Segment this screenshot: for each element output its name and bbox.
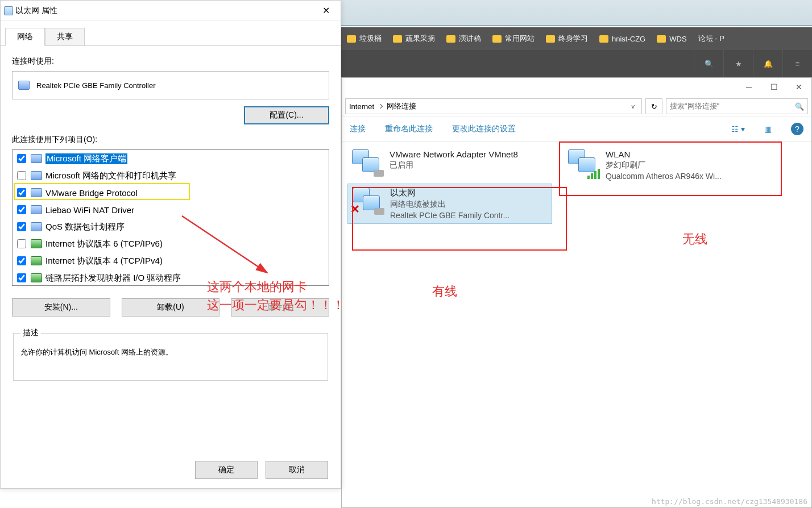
ok-button[interactable]: 确定 bbox=[195, 461, 258, 479]
bookmark-item[interactable]: 终身学习 bbox=[540, 34, 594, 44]
bookmark-item[interactable]: 蔬果采摘 bbox=[387, 34, 441, 44]
search-icon: 🔍 bbox=[795, 102, 804, 111]
search-icon[interactable]: 🔍 bbox=[694, 50, 723, 77]
component-icon bbox=[31, 205, 42, 214]
ethernet-properties-dialog: 以太网 属性 ✕ 网络 共享 连接时使用: Realtek PCIe GBE F… bbox=[0, 0, 341, 489]
cmd-change-settings[interactable]: 更改此连接的设置 bbox=[452, 124, 516, 134]
list-item[interactable]: Internet 协议版本 4 (TCP/IPv4) bbox=[13, 252, 326, 269]
refresh-button[interactable]: ↻ bbox=[645, 98, 662, 114]
signal-bars-icon bbox=[587, 169, 600, 179]
folder-icon bbox=[599, 35, 608, 43]
star-icon[interactable]: ★ bbox=[723, 50, 753, 77]
list-item[interactable]: Microsoft 网络的文件和打印机共享 bbox=[13, 167, 326, 184]
bookmark-item[interactable]: WDS bbox=[651, 35, 692, 43]
item-checkbox[interactable] bbox=[17, 222, 26, 231]
annotation-text: 无线 bbox=[682, 231, 707, 248]
folder-icon bbox=[492, 35, 502, 43]
cmd-connect[interactable]: 连接 bbox=[350, 124, 366, 134]
adapter-name-text: Realtek PCIe GBE Family Controller bbox=[36, 81, 156, 90]
description-legend: 描述 bbox=[20, 328, 41, 338]
window-titlebar: ─ ☐ ✕ bbox=[342, 78, 811, 96]
annotation-text: 有线 bbox=[432, 283, 457, 300]
list-item[interactable]: Internet 协议版本 6 (TCP/IPv6) bbox=[13, 235, 326, 252]
wireless-adapter-icon bbox=[568, 149, 599, 177]
list-item[interactable]: VMware Bridge Protocol bbox=[13, 184, 326, 201]
help-icon[interactable]: ? bbox=[791, 123, 803, 135]
network-connections-window: ─ ☐ ✕ Internet 网络连接 v ↻ 搜索"网络连接" 🔍 连接 重命… bbox=[341, 77, 812, 508]
cmd-rename[interactable]: 重命名此连接 bbox=[385, 124, 433, 134]
install-button[interactable]: 安装(N)... bbox=[12, 298, 110, 317]
maximize-button[interactable]: ☐ bbox=[761, 79, 786, 95]
protocol-icon bbox=[31, 256, 42, 265]
item-checkbox[interactable] bbox=[17, 273, 26, 282]
connection-item-wlan[interactable]: WLAN 梦幻印刷厂 Qualcomm Atheros AR946x Wi... bbox=[564, 146, 768, 184]
breadcrumb-item[interactable]: Internet bbox=[349, 102, 374, 111]
uninstall-button[interactable]: 卸载(U) bbox=[122, 298, 220, 317]
folder-icon bbox=[347, 35, 356, 43]
connect-using-label: 连接时使用: bbox=[12, 56, 329, 66]
network-adapter-icon: ✕ bbox=[353, 188, 383, 215]
items-label: 此连接使用下列项目(O): bbox=[12, 135, 329, 145]
list-item[interactable]: Liebao WiFi NAT Driver bbox=[13, 201, 326, 218]
nic-icon bbox=[18, 81, 30, 90]
disconnected-x-icon: ✕ bbox=[350, 202, 360, 216]
breadcrumb-item[interactable]: 网络连接 bbox=[387, 101, 416, 111]
configure-button[interactable]: 配置(C)... bbox=[244, 106, 329, 124]
item-checkbox[interactable] bbox=[17, 188, 26, 197]
dialog-title: 以太网 属性 bbox=[13, 6, 314, 16]
preview-pane-icon[interactable]: ▥ bbox=[764, 124, 772, 134]
component-icon bbox=[31, 154, 42, 163]
folder-icon bbox=[393, 35, 402, 43]
description-box: 描述 允许你的计算机访问 Microsoft 网络上的资源。 bbox=[13, 328, 328, 381]
description-text: 允许你的计算机访问 Microsoft 网络上的资源。 bbox=[20, 348, 173, 356]
annotation-text: 这一项一定要是勾！！！ bbox=[207, 297, 345, 314]
browser-toolbar: 🔍 ★ 🔔 ≡ bbox=[341, 50, 812, 77]
tab-network[interactable]: 网络 bbox=[5, 28, 45, 46]
folder-icon bbox=[657, 35, 666, 43]
network-adapter-icon bbox=[352, 149, 383, 177]
chevron-right-icon bbox=[378, 104, 383, 109]
close-button[interactable]: ✕ bbox=[786, 79, 811, 95]
cancel-button[interactable]: 取消 bbox=[266, 461, 328, 479]
menu-icon[interactable]: ≡ bbox=[782, 50, 812, 77]
command-bar: 连接 重命名此连接 更改此连接的设置 ☷ ▾ ▥ ? bbox=[342, 116, 811, 141]
tab-sharing[interactable]: 共享 bbox=[45, 28, 85, 46]
item-checkbox[interactable] bbox=[17, 239, 26, 248]
item-checkbox[interactable] bbox=[17, 154, 26, 163]
connections-list: VMware Network Adapter VMnet8 已启用 ✕ 以太网 … bbox=[342, 141, 811, 228]
folder-icon bbox=[446, 35, 455, 43]
bookmark-item[interactable]: 演讲稿 bbox=[441, 34, 487, 44]
protocol-icon bbox=[31, 239, 42, 248]
item-checkbox[interactable] bbox=[17, 256, 26, 265]
network-items-list[interactable]: Microsoft 网络客户端 Microsoft 网络的文件和打印机共享 VM… bbox=[12, 149, 329, 286]
bookmark-bar: 垃圾桶 蔬果采摘 演讲稿 常用网站 终身学习 hnist-CZG WDS 论坛 … bbox=[341, 27, 812, 50]
browser-titlebar bbox=[341, 0, 812, 26]
item-checkbox[interactable] bbox=[17, 171, 26, 180]
adapter-name-box: Realtek PCIe GBE Family Controller bbox=[12, 71, 329, 99]
bookmark-item[interactable]: 常用网站 bbox=[487, 34, 540, 44]
item-checkbox[interactable] bbox=[17, 205, 26, 214]
minimize-button[interactable]: ─ bbox=[736, 79, 761, 95]
chevron-down-icon[interactable]: v bbox=[632, 103, 635, 110]
component-icon bbox=[31, 188, 42, 197]
view-options-icon[interactable]: ☷ ▾ bbox=[731, 124, 745, 134]
breadcrumb[interactable]: Internet 网络连接 v bbox=[345, 98, 642, 114]
list-item[interactable]: Microsoft 网络客户端 bbox=[13, 150, 326, 167]
connection-item-vmnet8[interactable]: VMware Network Adapter VMnet8 已启用 bbox=[347, 146, 552, 180]
folder-icon bbox=[546, 35, 555, 43]
annotation-text: 这两个本地的网卡 bbox=[207, 278, 307, 295]
bookmark-item[interactable]: 论坛 - P bbox=[693, 34, 730, 44]
bell-icon[interactable]: 🔔 bbox=[753, 50, 782, 77]
tab-strip: 网络 共享 bbox=[5, 28, 341, 46]
tab-panel-network: 连接时使用: Realtek PCIe GBE Family Controlle… bbox=[1, 45, 341, 386]
connection-item-ethernet[interactable]: ✕ 以太网 网络电缆被拔出 Realtek PCIe GBE Family Co… bbox=[347, 184, 552, 224]
bookmark-item[interactable]: hnist-CZG bbox=[594, 35, 651, 43]
close-icon[interactable]: ✕ bbox=[314, 3, 337, 19]
dialog-titlebar[interactable]: 以太网 属性 ✕ bbox=[1, 1, 341, 21]
component-icon bbox=[31, 222, 42, 231]
component-icon bbox=[31, 171, 42, 180]
search-input[interactable]: 搜索"网络连接" 🔍 bbox=[666, 98, 808, 114]
list-item[interactable]: QoS 数据包计划程序 bbox=[13, 218, 326, 235]
watermark-text: http://blog.csdn.net/czg13548930186 bbox=[652, 497, 807, 506]
bookmark-item[interactable]: 垃圾桶 bbox=[341, 34, 387, 44]
